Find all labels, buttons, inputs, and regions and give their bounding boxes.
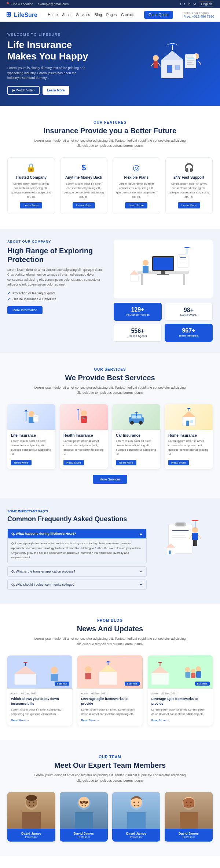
team-image-3 xyxy=(112,792,160,829)
svg-point-46 xyxy=(130,421,134,425)
home-desc: Lorem ipsum dolor sit amet consectetur a… xyxy=(168,439,209,457)
navbar: ⛨ LifeSure Home About Services Blog Page… xyxy=(0,8,220,22)
watch-video-button[interactable]: ▶ Watch Video xyxy=(7,86,40,95)
team-image-4 xyxy=(165,792,213,829)
faq-title: Common Frequently Asked Questions xyxy=(7,515,147,523)
svg-point-78 xyxy=(51,667,58,674)
social-in[interactable]: in xyxy=(188,2,190,6)
nav-about[interactable]: About xyxy=(62,13,72,17)
services-section: Our Services We Provide Best Services Lo… xyxy=(0,353,220,499)
blog-desc-2: Lorem ipsum dolor sit amet. Lorem ipsum … xyxy=(81,708,139,716)
team-section: Our Team Meet Our Expert Team Members Lo… xyxy=(0,740,220,856)
faq-item-3: Q. Why should I select community college… xyxy=(7,580,147,590)
location-text: Find A Location xyxy=(11,2,34,6)
money-icon: $ xyxy=(63,163,104,172)
check-icon-2: ✔ xyxy=(7,297,10,301)
team-name-2: David James xyxy=(63,832,105,835)
blog-date-2: 01 Dec, 2021 xyxy=(91,692,107,695)
team-grid: David James Professor xyxy=(7,792,213,842)
social-fb[interactable]: f xyxy=(180,2,181,6)
nav-home[interactable]: Home xyxy=(48,13,58,17)
plans-icon: ◎ xyxy=(116,163,157,172)
car-read-btn[interactable]: Read More xyxy=(116,460,136,465)
social-yt[interactable]: yt xyxy=(193,2,196,6)
blog-read-3[interactable]: Read More → xyxy=(151,719,209,722)
social-tw[interactable]: t xyxy=(184,2,185,6)
blog-badge-2: Business xyxy=(125,682,139,686)
health-read-btn[interactable]: Read More xyxy=(63,460,84,465)
feature-money: $ Anytime Money Back Lorem ipsum dolor s… xyxy=(60,157,108,214)
money-learn-btn[interactable]: Learn More xyxy=(73,202,95,208)
svg-rect-98 xyxy=(22,812,41,829)
stats-grid: 129+ Insurance Policies 98+ Awards WON 5… xyxy=(114,303,213,342)
svg-line-6 xyxy=(151,63,154,66)
team-footer-2: David James Professor xyxy=(60,829,108,842)
nav-links: Home About Services Blog Pages Contact xyxy=(48,13,134,17)
hero-title: Life Insurance Makes You Happy xyxy=(7,39,147,62)
faq-answer-1: Q. Leverage agile frameworks to provide … xyxy=(8,538,146,563)
faq-item-1: Q. What happens during lifetime's Heart?… xyxy=(7,529,147,563)
svg-rect-13 xyxy=(185,54,196,68)
logo[interactable]: ⛨ LifeSure xyxy=(6,11,37,19)
plans-learn-btn[interactable]: Learn More xyxy=(125,202,147,208)
blog-grid: Business Admin 01 Dec, 2021 Which allows… xyxy=(7,655,213,726)
svg-rect-95 xyxy=(196,671,201,678)
about-right: 129+ Insurance Policies 98+ Awards WON 5… xyxy=(114,240,213,342)
team-title: Meet Our Expert Team Members xyxy=(7,761,213,770)
svg-rect-49 xyxy=(137,415,141,418)
trusted-desc: Lorem ipsum dolor sit amet consectetur a… xyxy=(11,182,52,199)
team-name-3: David James xyxy=(115,832,157,835)
service-life-image xyxy=(7,404,55,430)
home-read-btn[interactable]: Read More xyxy=(168,460,189,465)
services-grid: Life Insurance Lorem ipsum dolor sit ame… xyxy=(7,404,213,469)
nav-services[interactable]: Services xyxy=(76,13,90,17)
blog-card-1: Business Admin 01 Dec, 2021 Which allows… xyxy=(7,655,72,726)
plans-title: Flexible Plans xyxy=(116,175,157,179)
support-learn-btn[interactable]: Learn More xyxy=(178,202,200,208)
life-title: Life Insurance xyxy=(11,433,52,437)
language-selector[interactable]: English xyxy=(199,1,214,7)
about-check-2: ✔ Get life Insurance & Better life xyxy=(7,297,106,301)
blog-desc: Lorem ipsum dolor sit amet consectetur a… xyxy=(33,636,187,647)
more-services-button[interactable]: More Services xyxy=(93,475,127,484)
svg-rect-54 xyxy=(190,420,193,423)
team-desc: Lorem ipsum dolor sit amet consectetur a… xyxy=(33,773,187,783)
plans-desc: Lorem ipsum dolor sit amet consectetur a… xyxy=(116,182,157,199)
team-role-2: Professor xyxy=(63,835,105,839)
more-info-button[interactable]: More Information xyxy=(7,306,43,314)
features-label: Our Features xyxy=(7,120,213,124)
svg-rect-26 xyxy=(143,266,148,273)
nav-contact[interactable]: Contact xyxy=(121,13,133,17)
features-grid: 🔒 Trusted Company Lorem ipsum dolor sit … xyxy=(7,157,213,214)
faq-question-2[interactable]: Q. What is the transfer application proc… xyxy=(8,567,146,576)
svg-point-100 xyxy=(29,802,30,803)
faq-question-1[interactable]: Q. What happens during lifetime's Heart?… xyxy=(8,529,146,538)
faq-question-3[interactable]: Q. Why should I select community college… xyxy=(8,580,146,589)
svg-rect-37 xyxy=(33,415,38,422)
svg-point-47 xyxy=(139,421,143,425)
svg-point-92 xyxy=(196,666,201,671)
blog-meta-2: Admin 01 Dec, 2021 xyxy=(81,692,139,695)
get-quote-button[interactable]: Get a Quote xyxy=(144,11,173,19)
nav-pages[interactable]: Pages xyxy=(106,13,117,17)
svg-marker-52 xyxy=(182,411,195,417)
hero-text: WELCOME TO LIFESURE Life Insurance Makes… xyxy=(7,33,147,95)
svg-rect-69 xyxy=(195,540,197,546)
life-read-btn[interactable]: Read More xyxy=(11,460,32,465)
blog-read-2[interactable]: Read More → xyxy=(81,719,139,722)
faq-section: Some Important FAQ's Common Frequently A… xyxy=(0,498,220,604)
car-desc: Lorem ipsum dolor sit amet consectetur a… xyxy=(116,439,157,457)
support-desc: Lorem ipsum dolor sit amet consectetur a… xyxy=(169,182,210,199)
team-name-1: David James xyxy=(10,832,52,835)
features-section: Our Features Insurance Provide you a Bet… xyxy=(0,106,220,229)
blog-title: News And Updates xyxy=(7,625,213,633)
nav-blog[interactable]: Blog xyxy=(95,13,102,17)
learn-more-button[interactable]: Learn More xyxy=(43,86,69,95)
blog-read-1[interactable]: Read More → xyxy=(11,719,69,722)
trusted-learn-btn[interactable]: Learn More xyxy=(20,202,42,208)
blog-label: From Blog xyxy=(7,618,213,622)
faq-left: Some Important FAQ's Common Frequently A… xyxy=(7,509,147,593)
blog-author-2: Admin xyxy=(81,692,88,695)
svg-rect-20 xyxy=(183,274,185,285)
svg-line-67 xyxy=(198,535,201,539)
